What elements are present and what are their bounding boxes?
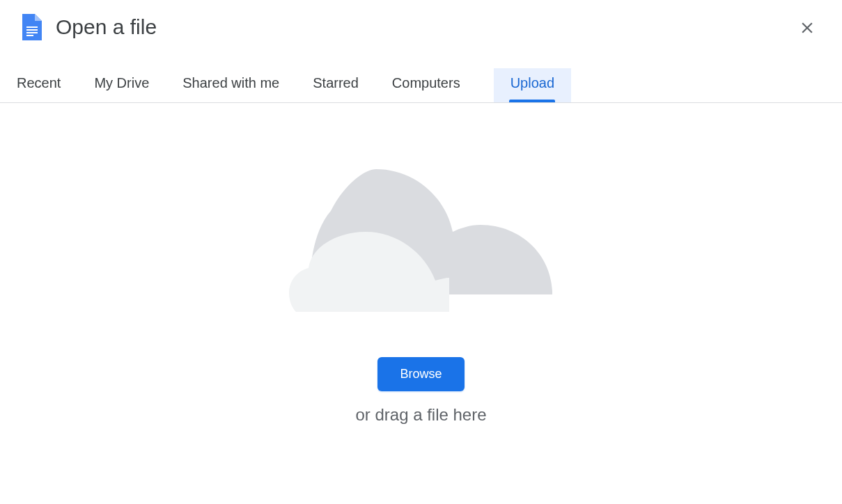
- svg-rect-1: [26, 29, 38, 31]
- browse-button[interactable]: Browse: [377, 357, 464, 391]
- google-docs-icon: [22, 14, 42, 40]
- tab-starred[interactable]: Starred: [313, 68, 375, 102]
- drag-hint-text: or drag a file here: [355, 405, 486, 425]
- svg-rect-3: [26, 35, 33, 36]
- tab-recent[interactable]: Recent: [17, 68, 77, 102]
- tab-shared-with-me[interactable]: Shared with me: [182, 68, 296, 102]
- cloud-illustration-icon: [289, 169, 554, 315]
- dialog-header: Open a file: [0, 0, 842, 49]
- tab-computers[interactable]: Computers: [392, 68, 477, 102]
- tabs-bar: Recent My Drive Shared with me Starred C…: [0, 49, 842, 103]
- close-icon: [798, 19, 816, 37]
- svg-rect-0: [26, 26, 38, 28]
- upload-content: Browse or drag a file here: [0, 103, 842, 425]
- tab-my-drive[interactable]: My Drive: [94, 68, 166, 102]
- close-button[interactable]: [797, 18, 817, 38]
- tab-upload[interactable]: Upload: [494, 68, 571, 102]
- dialog-title: Open a file: [56, 15, 157, 39]
- svg-rect-2: [26, 32, 38, 33]
